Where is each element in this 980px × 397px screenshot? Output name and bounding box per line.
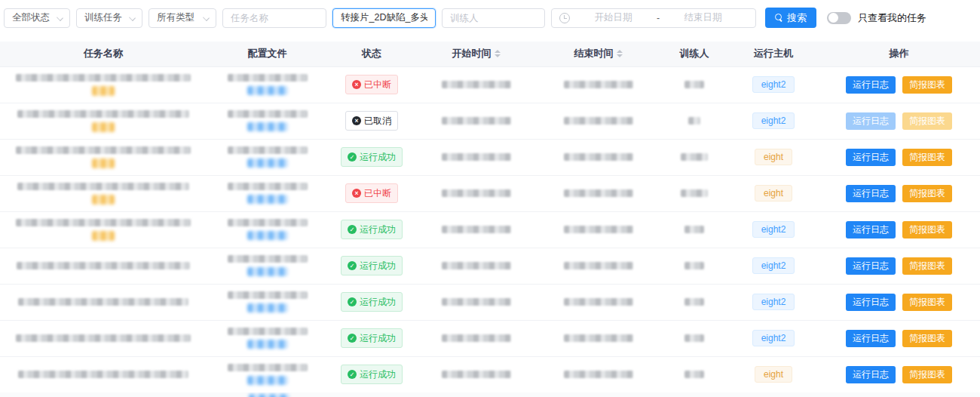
start-time-cell bbox=[415, 211, 537, 248]
config-link-redacted[interactable] bbox=[247, 376, 288, 385]
host-tag: eight2 bbox=[752, 221, 795, 238]
status-badge: × 已取消 bbox=[345, 111, 398, 131]
end-time-redacted bbox=[564, 298, 633, 306]
status-icon: ✓ bbox=[348, 297, 357, 306]
trainer-input[interactable] bbox=[450, 13, 537, 23]
report-chart-button[interactable]: 简报图表 bbox=[902, 185, 952, 202]
config-file-cell bbox=[207, 320, 328, 356]
table-row: ✓ 运行成功 eight2 运行日志 简报图表 bbox=[0, 320, 980, 356]
task-name-redacted bbox=[16, 219, 191, 226]
status-label: 运行成功 bbox=[360, 296, 396, 309]
config-link-redacted[interactable] bbox=[247, 86, 288, 95]
host-cell: eight bbox=[729, 175, 818, 211]
run-log-button[interactable]: 运行日志 bbox=[846, 330, 896, 347]
run-log-button[interactable]: 运行日志 bbox=[846, 185, 896, 202]
run-log-button[interactable]: 运行日志 bbox=[846, 149, 896, 166]
report-chart-button[interactable]: 简报图表 bbox=[902, 112, 952, 130]
task-name-field-wrap bbox=[222, 8, 326, 28]
search-button-label: 搜索 bbox=[787, 11, 807, 25]
status-label: 运行成功 bbox=[360, 332, 396, 345]
run-log-button[interactable]: 运行日志 bbox=[846, 257, 896, 275]
end-time-redacted bbox=[564, 371, 633, 378]
sort-icon[interactable] bbox=[617, 50, 623, 57]
task-name-redacted bbox=[18, 298, 188, 306]
date-range-picker[interactable]: 开始日期 - 结束日期 bbox=[551, 8, 756, 28]
task-name-redacted bbox=[18, 371, 188, 378]
host-cell: eight2 bbox=[729, 284, 818, 320]
status-badge: ✓ 运行成功 bbox=[341, 292, 403, 312]
status-badge: ✓ 运行成功 bbox=[341, 256, 403, 275]
task-name-input[interactable] bbox=[231, 13, 318, 23]
end-time-redacted bbox=[564, 334, 633, 342]
search-button[interactable]: 搜索 bbox=[765, 8, 816, 28]
config-name-redacted bbox=[228, 146, 308, 154]
config-name-redacted bbox=[228, 219, 308, 226]
chevron-down-icon bbox=[203, 14, 210, 21]
run-log-button[interactable]: 运行日志 bbox=[846, 76, 896, 94]
status-select[interactable]: 全部状态 bbox=[4, 8, 70, 28]
table-row: × 已取消 eight2 运行日志 简报图表 bbox=[0, 103, 980, 139]
sort-icon[interactable] bbox=[495, 50, 501, 57]
config-link-redacted bbox=[249, 394, 289, 397]
run-log-button[interactable]: 运行日志 bbox=[846, 112, 896, 130]
report-chart-button[interactable]: 简报图表 bbox=[902, 149, 952, 166]
my-tasks-toggle[interactable] bbox=[827, 12, 851, 24]
status-cell: × 已中断 bbox=[328, 66, 415, 103]
filter-bar: 全部状态 训练任务 所有类型 开始日期 - 结束日期 搜索 bbox=[4, 8, 926, 28]
trainer-redacted bbox=[681, 153, 708, 161]
keyword-input[interactable] bbox=[341, 13, 427, 23]
report-chart-button[interactable]: 简报图表 bbox=[902, 221, 952, 239]
config-link-redacted[interactable] bbox=[247, 267, 288, 276]
status-cell: ✓ 运行成功 bbox=[328, 356, 415, 392]
start-time-redacted bbox=[442, 371, 511, 378]
report-chart-button[interactable]: 简报图表 bbox=[902, 294, 952, 311]
trainer-field-wrap bbox=[442, 8, 545, 28]
run-log-button[interactable]: 运行日志 bbox=[846, 221, 896, 239]
end-time-cell bbox=[537, 356, 660, 392]
config-link-redacted[interactable] bbox=[247, 303, 288, 312]
end-time-cell bbox=[537, 175, 660, 211]
trainer-redacted bbox=[684, 226, 704, 233]
start-time-redacted bbox=[442, 189, 511, 197]
config-link-redacted[interactable] bbox=[247, 158, 288, 168]
start-time-redacted bbox=[442, 117, 511, 125]
end-date-placeholder: 结束日期 bbox=[684, 11, 722, 24]
status-cell: ✓ 运行成功 bbox=[328, 139, 415, 175]
report-chart-button[interactable]: 简报图表 bbox=[902, 330, 952, 347]
status-label: 运行成功 bbox=[360, 260, 396, 272]
col-header-end-time[interactable]: 结束时间 bbox=[537, 42, 660, 66]
run-log-button[interactable]: 运行日志 bbox=[846, 366, 896, 383]
report-chart-button[interactable]: 简报图表 bbox=[902, 257, 952, 275]
config-name-redacted bbox=[228, 328, 308, 335]
actions-cell: 运行日志 简报图表 bbox=[818, 175, 980, 211]
end-time-cell bbox=[537, 284, 660, 320]
col-header-trainer: 训练人 bbox=[660, 42, 729, 66]
config-link-redacted[interactable] bbox=[247, 231, 288, 240]
config-link-redacted[interactable] bbox=[247, 340, 288, 349]
run-log-button[interactable]: 运行日志 bbox=[846, 294, 896, 311]
category-select[interactable]: 所有类型 bbox=[149, 8, 216, 28]
table-row: ✓ 运行成功 eight2 运行日志 简报图表 bbox=[0, 284, 980, 320]
host-cell: eight bbox=[729, 139, 818, 175]
config-link-redacted[interactable] bbox=[247, 122, 288, 131]
status-label: 已取消 bbox=[364, 115, 391, 128]
task-type-select[interactable]: 训练任务 bbox=[76, 8, 142, 28]
start-time-redacted bbox=[442, 81, 511, 88]
col-header-start-time[interactable]: 开始时间 bbox=[415, 42, 537, 66]
table-header: 任务名称 配置文件 状态 开始时间 结束时间 训练人 运行主机 操作 bbox=[0, 42, 980, 66]
trainer-redacted bbox=[684, 371, 704, 378]
task-type-select-value: 训练任务 bbox=[84, 11, 122, 24]
partial-next-row bbox=[0, 392, 980, 397]
date-range-separator: - bbox=[657, 13, 660, 23]
status-icon: ✓ bbox=[348, 370, 357, 379]
task-name-cell bbox=[0, 284, 207, 320]
report-chart-button[interactable]: 简报图表 bbox=[902, 366, 952, 383]
report-chart-button[interactable]: 简报图表 bbox=[902, 76, 952, 94]
col-header-task-name: 任务名称 bbox=[0, 42, 207, 66]
status-badge: × 已中断 bbox=[345, 75, 398, 94]
status-icon: ✓ bbox=[348, 261, 357, 270]
start-time-cell bbox=[415, 284, 537, 320]
config-file-cell bbox=[207, 66, 328, 103]
config-link-redacted[interactable] bbox=[247, 195, 288, 204]
trainer-cell bbox=[660, 175, 729, 211]
